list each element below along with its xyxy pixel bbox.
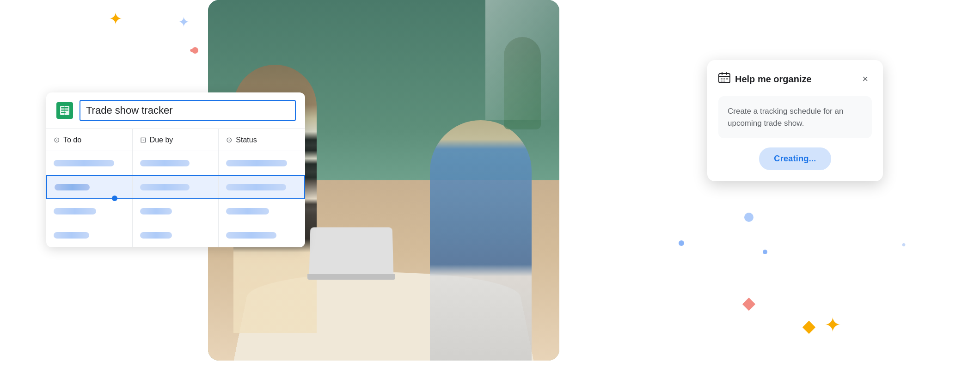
dot-light-blue-tr: ● <box>901 240 906 249</box>
organize-title-group: Help me organize <box>718 72 812 86</box>
skeleton-bar <box>226 232 276 239</box>
spreadsheet-title-input[interactable] <box>80 100 296 121</box>
cell-1-2 <box>133 151 219 175</box>
skeleton-bar <box>54 208 96 214</box>
skeleton-bar-selected <box>55 184 90 190</box>
table-row[interactable] <box>46 151 305 175</box>
skeleton-bar <box>54 160 114 166</box>
svg-rect-10 <box>721 78 723 80</box>
cell-2-2 <box>133 176 218 198</box>
svg-rect-11 <box>723 78 725 80</box>
svg-rect-5 <box>64 106 65 115</box>
col-header-status: ⊙ Status <box>219 129 305 151</box>
skeleton-bar <box>140 208 172 214</box>
col-header-status-label: Status <box>236 136 257 144</box>
table-row-selected[interactable] <box>46 175 305 199</box>
skeleton-bar <box>140 160 190 166</box>
organize-content-box: Create a tracking schedule for an upcomi… <box>718 96 872 138</box>
cell-3-2 <box>133 199 219 223</box>
cell-3-1 <box>46 199 133 223</box>
svg-rect-8 <box>722 72 723 75</box>
diamond-pink <box>742 298 755 311</box>
cell-4-2 <box>133 223 219 247</box>
organize-icon <box>718 72 730 86</box>
skeleton-bar <box>54 232 89 239</box>
sparkle-gold-bottom-right: ✦ <box>824 313 841 337</box>
skeleton-bar <box>140 232 172 239</box>
table-row[interactable] <box>46 223 305 247</box>
cell-4-3 <box>219 223 305 247</box>
cell-3-3 <box>219 199 305 223</box>
col-header-todo-label: To do <box>63 136 81 144</box>
spreadsheet-title-bar <box>46 92 305 129</box>
dot-blue-right <box>744 213 753 222</box>
cell-4-1 <box>46 223 133 247</box>
calendar-icon: ⊡ <box>140 135 146 144</box>
dot-blue-small-right <box>679 240 684 246</box>
diamond-gold <box>802 321 815 334</box>
todo-icon: ⊙ <box>54 135 60 144</box>
svg-rect-13 <box>721 80 723 82</box>
skeleton-bar <box>226 208 269 214</box>
dot-pink-top <box>192 47 198 54</box>
organize-body-text: Create a tracking schedule for an upcomi… <box>728 107 843 128</box>
cell-1-3 <box>219 151 305 175</box>
skeleton-bar <box>140 184 190 190</box>
svg-rect-7 <box>719 76 730 77</box>
table-row[interactable] <box>46 199 305 223</box>
svg-rect-12 <box>726 78 728 80</box>
col-header-dueby-label: Due by <box>150 136 173 144</box>
sparkle-blue-top-left: ✦ <box>178 14 190 30</box>
organize-header: Help me organize × <box>718 71 872 87</box>
creating-button[interactable]: Creating... <box>759 147 831 170</box>
skeleton-bar <box>226 160 287 166</box>
organize-panel: Help me organize × Create a tracking sch… <box>707 60 883 181</box>
svg-rect-14 <box>723 80 725 82</box>
sheets-icon <box>55 101 74 120</box>
close-button[interactable]: × <box>858 71 872 87</box>
skeleton-bar <box>226 184 286 190</box>
col-header-todo: ⊙ To do <box>46 129 133 151</box>
cell-1-1 <box>46 151 133 175</box>
status-icon: ⊙ <box>226 135 232 144</box>
sparkle-gold-top-left: ✦ <box>109 9 122 29</box>
cell-2-1 <box>47 176 133 198</box>
cell-2-3 <box>219 176 304 198</box>
svg-rect-9 <box>726 72 727 75</box>
organize-panel-title: Help me organize <box>735 74 812 85</box>
dot-blue-tiny-right <box>763 250 767 254</box>
spreadsheet-body <box>46 151 305 247</box>
table-column-headers: ⊙ To do ⊡ Due by ⊙ Status <box>46 129 305 151</box>
spreadsheet-panel: ⊙ To do ⊡ Due by ⊙ Status <box>46 92 305 247</box>
col-header-dueby: ⊡ Due by <box>133 129 219 151</box>
